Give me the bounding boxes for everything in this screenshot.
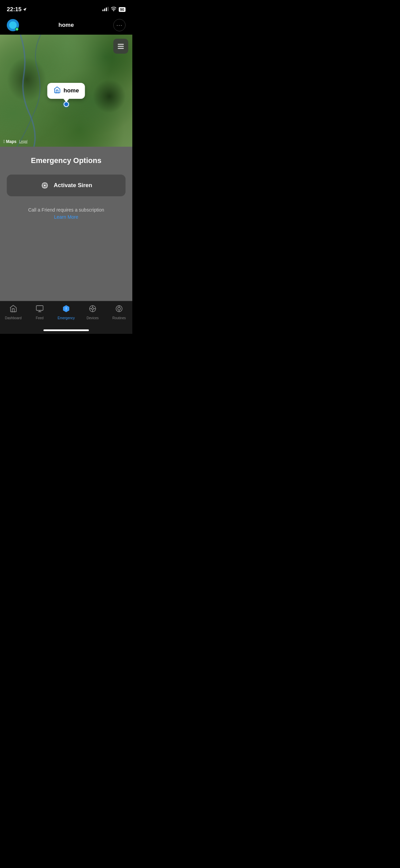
location-arrow-icon bbox=[23, 7, 27, 12]
battery-indicator: 90 bbox=[119, 7, 126, 12]
control-bar-2 bbox=[118, 46, 124, 47]
maps-label: Maps bbox=[6, 139, 17, 144]
call-friend-text: Call a Friend requires a subscription bbox=[14, 207, 119, 213]
activate-siren-label: Activate Siren bbox=[54, 182, 92, 189]
control-bar-1 bbox=[118, 44, 124, 45]
tab-feed-label: Feed bbox=[36, 316, 44, 320]
routines-icon bbox=[115, 305, 123, 315]
time-display: 22:15 bbox=[7, 6, 21, 13]
tab-devices-label: Devices bbox=[87, 316, 99, 320]
tab-devices[interactable]: Devices bbox=[79, 305, 106, 320]
apple-maps-logo:  Maps bbox=[3, 139, 16, 144]
home-indicator bbox=[0, 329, 132, 334]
avatar[interactable] bbox=[7, 19, 19, 31]
signal-icon bbox=[102, 7, 109, 12]
emergency-icon: ! bbox=[62, 305, 70, 315]
home-indicator-bar bbox=[43, 329, 89, 331]
tab-routines[interactable]: Routines bbox=[106, 305, 132, 320]
tab-bar: Dashboard Feed ! Emergency bbox=[0, 301, 132, 329]
user-dot-inner bbox=[63, 102, 69, 107]
tab-emergency-label: Emergency bbox=[58, 316, 75, 320]
devices-icon bbox=[89, 305, 97, 315]
status-time: 22:15 bbox=[7, 6, 27, 13]
map-location-pin[interactable]: home bbox=[47, 83, 85, 109]
svg-text:!: ! bbox=[65, 307, 66, 311]
svg-rect-0 bbox=[102, 10, 103, 11]
activate-siren-button[interactable]: Activate Siren bbox=[7, 175, 126, 196]
callout-label: home bbox=[63, 87, 79, 94]
learn-more-link[interactable]: Learn More bbox=[54, 214, 78, 220]
siren-waves-icon bbox=[40, 181, 50, 190]
call-friend-card: Call a Friend requires a subscription Le… bbox=[7, 201, 126, 226]
control-bar-3 bbox=[118, 48, 124, 49]
map-callout: home bbox=[47, 83, 85, 99]
status-right-icons: 90 bbox=[102, 7, 126, 12]
feed-icon bbox=[36, 305, 44, 315]
svg-rect-2 bbox=[106, 7, 107, 11]
tab-emergency[interactable]: ! Emergency bbox=[53, 305, 79, 320]
siren-icon bbox=[40, 181, 50, 190]
map-attribution:  Maps Legal bbox=[3, 139, 27, 144]
apple-icon:  bbox=[3, 139, 5, 144]
svg-point-4 bbox=[44, 184, 46, 186]
map-view[interactable]: home  Maps Legal bbox=[0, 35, 132, 147]
tab-routines-label: Routines bbox=[112, 316, 126, 320]
tab-dashboard-label: Dashboard bbox=[5, 316, 22, 320]
emergency-title: Emergency Options bbox=[7, 156, 126, 165]
header: home ··· bbox=[0, 17, 132, 35]
status-bar: 22:15 90 bbox=[0, 0, 132, 17]
more-options-button[interactable]: ··· bbox=[113, 19, 126, 31]
wifi-icon bbox=[111, 7, 117, 12]
tab-feed[interactable]: Feed bbox=[26, 305, 53, 320]
svg-rect-1 bbox=[104, 8, 105, 11]
more-icon: ··· bbox=[116, 22, 122, 29]
emergency-panel: Emergency Options Activate Siren Call a … bbox=[0, 147, 132, 233]
legal-link[interactable]: Legal bbox=[19, 140, 27, 143]
house-icon bbox=[53, 86, 61, 95]
panel-spacer bbox=[0, 233, 132, 301]
svg-point-16 bbox=[118, 307, 120, 310]
svg-rect-5 bbox=[36, 306, 43, 310]
svg-rect-3 bbox=[108, 7, 109, 11]
tab-dashboard[interactable]: Dashboard bbox=[0, 305, 26, 320]
header-title: home bbox=[58, 22, 74, 29]
callout-arrow bbox=[63, 98, 70, 102]
dashboard-icon bbox=[9, 305, 17, 315]
avatar-online-dot bbox=[15, 28, 19, 31]
map-layer-control[interactable] bbox=[113, 39, 128, 54]
